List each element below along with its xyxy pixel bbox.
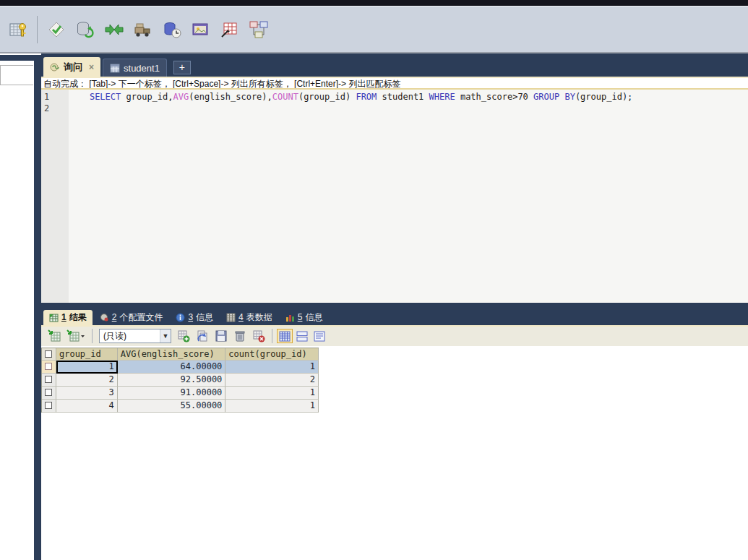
results-table-body: 164.000001292.500002391.000001455.000001 — [42, 361, 319, 413]
sql-code-line[interactable]: SELECT group_id,AVG(english_score),COUNT… — [69, 90, 632, 303]
sql-editor: 12 SELECT group_id,AVG(english_score),CO… — [41, 90, 748, 303]
table-cell[interactable]: 1 — [56, 361, 118, 374]
column-header-avg-english-score[interactable]: AVG(english_score) — [118, 348, 226, 361]
query-builder-icon[interactable] — [218, 17, 242, 42]
table-cell[interactable]: 2 — [56, 374, 118, 387]
schema-sync-icon[interactable] — [160, 17, 184, 42]
row-checkbox-cell[interactable] — [42, 361, 56, 374]
result-tab-table-data[interactable]: 4 表数据 — [220, 310, 278, 325]
export-result-icon[interactable] — [46, 329, 62, 343]
results-table-header: group_id AVG(english_score) count(group_… — [42, 348, 319, 361]
close-tab-icon[interactable]: × — [89, 62, 94, 72]
application-window: 询问 × student1 + 自动完成： [Tab]-> 下一个标签， [Ct… — [0, 0, 748, 560]
history-info-icon — [285, 313, 295, 322]
save-changes-icon[interactable] — [213, 329, 229, 343]
form-view-button[interactable] — [294, 329, 310, 343]
table-cell[interactable]: 2 — [225, 374, 319, 387]
result-mode-value: (只读) — [100, 330, 160, 343]
object-browser-filter-input[interactable] — [0, 65, 33, 85]
results-toolbar-separator — [92, 329, 93, 343]
object-browser-panel — [0, 61, 34, 560]
table-cell[interactable]: 4 — [56, 400, 118, 413]
info-icon — [176, 313, 185, 322]
table-cell[interactable]: 92.50000 — [118, 374, 226, 387]
table-cell[interactable]: 1 — [225, 361, 319, 374]
table-cell[interactable]: 64.00000 — [118, 361, 226, 374]
table-row[interactable]: 164.000001 — [42, 361, 319, 374]
dropdown-arrow-icon[interactable]: ▼ — [160, 329, 171, 343]
column-header-group-id[interactable]: group_id — [56, 348, 118, 361]
window-top-band — [0, 0, 748, 6]
schema-designer-icon[interactable] — [246, 17, 271, 42]
delete-row-icon[interactable] — [232, 329, 248, 343]
result-tab-profiler[interactable]: 2 个配置文件 — [94, 310, 169, 325]
results-toolbar-separator-2 — [272, 329, 272, 343]
row-checkbox[interactable] — [45, 376, 52, 383]
results-table: group_id AVG(english_score) count(group_… — [41, 348, 319, 413]
tab-student1[interactable]: student1 — [103, 59, 167, 77]
result-tab-history[interactable]: 5 信息 — [280, 310, 329, 325]
refresh-rows-icon[interactable] — [194, 329, 210, 343]
row-checkbox-cell[interactable] — [42, 374, 56, 387]
select-all-checkbox[interactable] — [45, 350, 52, 358]
results-area: group_id AVG(english_score) count(group_… — [41, 346, 748, 560]
table-tab-icon — [110, 64, 120, 73]
table-cell[interactable]: 1 — [225, 400, 319, 413]
table-cell[interactable]: 1 — [225, 387, 319, 400]
table-row[interactable]: 391.000001 — [42, 387, 319, 400]
result-tab-results[interactable]: 1 结果 — [43, 310, 93, 325]
row-checkbox[interactable] — [45, 363, 52, 370]
table-cell[interactable]: 3 — [56, 387, 118, 400]
result-tab-bar: 1 结果 2 个配置文件 3 信息 — [41, 309, 748, 325]
results-grid-icon — [49, 313, 59, 322]
row-checkbox-cell[interactable] — [42, 400, 56, 413]
export-options-icon[interactable] — [65, 329, 87, 343]
query-validate-icon[interactable] — [44, 17, 69, 42]
result-tab-messages[interactable]: 3 信息 — [170, 310, 219, 325]
table-tab-label: student1 — [124, 63, 160, 74]
new-tab-button[interactable]: + — [173, 61, 191, 74]
tab-query[interactable]: 询问 × — [43, 57, 100, 77]
editor-tab-bar: 询问 × student1 + — [41, 53, 748, 77]
main-toolbar — [0, 6, 748, 53]
data-compare-icon[interactable] — [102, 17, 126, 42]
import-external-data-icon[interactable] — [131, 17, 155, 42]
results-toolbar: (只读) ▼ — [41, 327, 748, 346]
database-refresh-icon[interactable] — [73, 17, 98, 42]
table-cell[interactable]: 91.00000 — [118, 387, 226, 400]
query-tab-label: 询问 — [64, 61, 82, 74]
row-checkbox-cell[interactable] — [42, 387, 56, 400]
row-checkbox[interactable] — [45, 389, 52, 396]
toolbar-separator — [37, 16, 38, 43]
visual-data-compare-icon[interactable] — [189, 17, 213, 42]
autocomplete-hint-bar: 自动完成： [Tab]-> 下一个标签， [Ctrl+Space]-> 列出所有… — [41, 78, 748, 90]
grid-view-button[interactable] — [277, 329, 293, 343]
query-tab-icon — [50, 62, 60, 72]
connection-manager-icon[interactable] — [6, 17, 30, 42]
row-checkbox[interactable] — [45, 402, 52, 409]
profiler-icon — [100, 313, 109, 322]
table-row[interactable]: 455.000001 — [42, 400, 319, 413]
table-cell[interactable]: 55.00000 — [118, 400, 226, 413]
query-workspace: 询问 × student1 + 自动完成： [Tab]-> 下一个标签， [Ct… — [41, 53, 748, 560]
clear-result-icon[interactable] — [251, 329, 267, 343]
result-mode-dropdown[interactable]: (只读) ▼ — [99, 329, 171, 343]
table-data-icon — [226, 313, 236, 322]
pane-splitter[interactable] — [41, 303, 748, 309]
column-header-count-group-id[interactable]: count(group_id) — [225, 348, 319, 361]
line-number-gutter: 12 — [41, 90, 69, 303]
insert-row-icon[interactable] — [176, 329, 192, 343]
select-all-cell[interactable] — [42, 348, 56, 361]
table-row[interactable]: 292.500002 — [42, 374, 319, 387]
text-view-button[interactable] — [311, 329, 327, 343]
